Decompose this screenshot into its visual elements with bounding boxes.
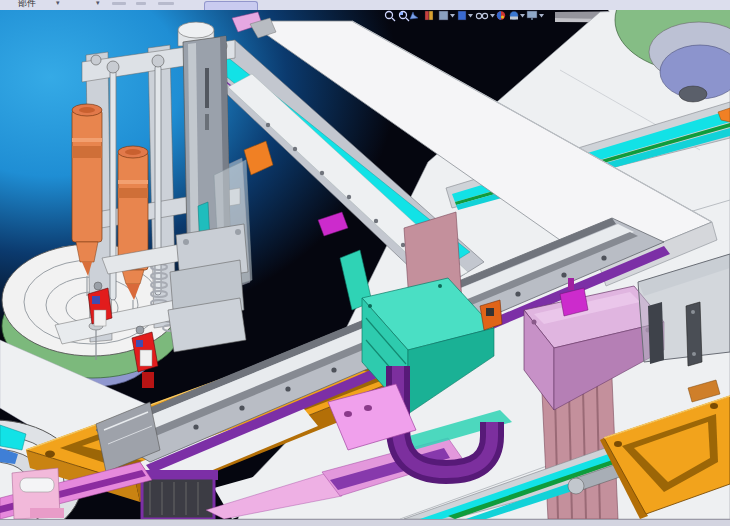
tray-support-pink[interactable] bbox=[12, 468, 64, 519]
section-view-icon[interactable] bbox=[425, 11, 433, 20]
actuator-label bbox=[205, 68, 209, 108]
edit-appearance-icon[interactable] bbox=[497, 11, 505, 19]
viewport-3d[interactable] bbox=[0, 10, 730, 519]
ribbon-dropdown-caret[interactable]: ▾ bbox=[56, 0, 60, 7]
ribbon-clipped-button bbox=[158, 2, 174, 5]
ribbon-group-label: 部件 bbox=[18, 0, 36, 10]
ribbon-clipped-button bbox=[112, 2, 126, 5]
ribbon-dropdown-caret[interactable]: ▾ bbox=[96, 0, 100, 7]
ribbon-clipped-button bbox=[136, 2, 146, 5]
status-bar bbox=[0, 519, 730, 526]
solidworks-window: 部件 ▾ ▾ 工具 办公室产品 bbox=[0, 0, 730, 526]
